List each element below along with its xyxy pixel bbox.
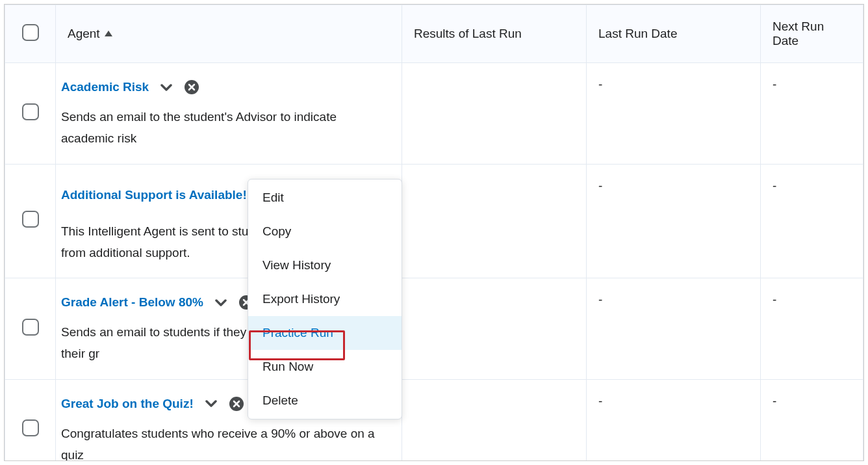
disabled-status-icon — [229, 396, 244, 412]
row-checkbox-cell — [5, 379, 56, 461]
next-date-cell: - — [761, 379, 863, 461]
agent-link[interactable]: Academic Risk — [61, 80, 149, 94]
agent-description: Sends an email to the student's Advisor … — [61, 106, 392, 150]
menu-item-run-now[interactable]: Run Now — [248, 350, 402, 384]
menu-item-copy[interactable]: Copy — [248, 215, 402, 248]
last-date-cell: - — [587, 164, 761, 278]
next-date-cell: - — [761, 63, 863, 165]
agent-cell: Academic RiskSends an email to the stude… — [56, 63, 402, 165]
row-checkbox[interactable] — [22, 103, 39, 120]
results-cell — [402, 164, 587, 278]
next-date-cell: - — [761, 164, 863, 278]
row-checkbox[interactable] — [22, 211, 39, 228]
chevron-down-icon[interactable] — [201, 394, 221, 414]
header-last-date[interactable]: Last Run Date — [587, 5, 761, 63]
agent-description: Congratulates students who receive a 90%… — [61, 423, 392, 462]
disabled-status-icon — [184, 79, 199, 95]
results-cell — [402, 379, 587, 461]
header-agent[interactable]: Agent — [56, 5, 402, 63]
table-row: Additional Support is Available!This Int… — [5, 164, 863, 278]
menu-item-export-history[interactable]: Export History — [248, 282, 402, 316]
header-checkbox-cell — [5, 5, 56, 63]
chevron-down-icon[interactable] — [211, 293, 231, 312]
results-cell — [402, 278, 587, 380]
menu-item-edit[interactable]: Edit — [248, 181, 402, 215]
table-row: Grade Alert - Below 80%Sends an email to… — [5, 278, 863, 380]
table-row: Great Job on the Quiz!Congratulates stud… — [5, 379, 863, 461]
row-checkbox[interactable] — [22, 419, 39, 436]
last-date-cell: - — [587, 379, 761, 461]
agent-link[interactable]: Additional Support is Available! — [61, 188, 247, 202]
menu-item-delete[interactable]: Delete — [248, 384, 402, 418]
agents-table-container: Agent Results of Last Run Last Run Date … — [4, 4, 864, 461]
row-checkbox-cell — [5, 164, 56, 278]
chevron-down-icon[interactable] — [157, 77, 176, 97]
row-checkbox[interactable] — [22, 319, 39, 336]
agent-link[interactable]: Grade Alert - Below 80% — [61, 295, 203, 310]
agent-link[interactable]: Great Job on the Quiz! — [61, 397, 194, 411]
menu-item-practice-run[interactable]: Practice Run — [248, 316, 402, 350]
last-date-cell: - — [587, 63, 761, 165]
select-all-checkbox[interactable] — [22, 24, 39, 41]
sort-ascending-icon — [105, 31, 112, 36]
results-cell — [402, 63, 587, 165]
header-agent-label: Agent — [68, 27, 100, 40]
table-row: Academic RiskSends an email to the stude… — [5, 63, 863, 165]
next-date-cell: - — [761, 278, 863, 380]
header-next-date[interactable]: Next Run Date — [761, 5, 863, 63]
last-date-cell: - — [587, 278, 761, 380]
row-checkbox-cell — [5, 63, 56, 165]
header-results[interactable]: Results of Last Run — [402, 5, 587, 63]
menu-item-view-history[interactable]: View History — [248, 248, 402, 282]
agent-title-row: Academic Risk — [58, 77, 392, 97]
agent-actions-menu: EditCopyView HistoryExport HistoryPracti… — [248, 179, 402, 419]
table-header-row: Agent Results of Last Run Last Run Date … — [5, 5, 863, 63]
row-checkbox-cell — [5, 278, 56, 380]
agents-table: Agent Results of Last Run Last Run Date … — [5, 5, 863, 461]
table-body: Academic RiskSends an email to the stude… — [5, 63, 863, 462]
